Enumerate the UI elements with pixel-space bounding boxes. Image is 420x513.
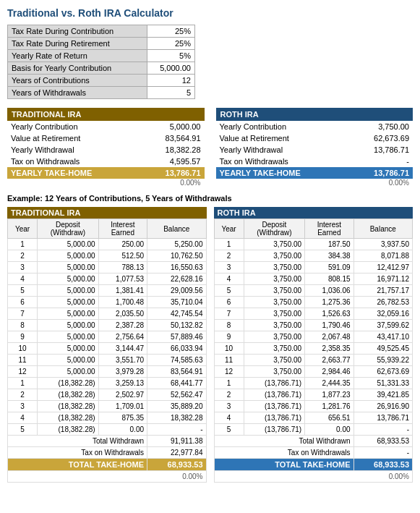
detail-cell: 51,331.33 [353,378,412,389]
detail-cell: 74,585.63 [147,355,206,366]
detail-cell: 3,937.50 [353,239,412,250]
summary-value: 13,786.71 [348,144,413,156]
roth-detail: ROTH IRA YearDeposit (Withdraw)Interest … [214,207,413,483]
input-label: Years of Withdrawals [8,87,147,99]
detail-contrib-row: 25,000.00512.5010,762.50 [8,250,207,262]
detail-cell: 4 [8,274,38,285]
detail-withdraw-row: 3(18,382.28)1,709.0135,889.20 [8,401,207,412]
summary-label: Yearly Withdrawal [7,144,140,156]
total-row: Total Withdrawn68,933.53 [214,436,413,447]
total-label-cell: Tax on Withdrawals [214,447,353,459]
input-value[interactable]: 5% [147,50,194,62]
detail-cell: (18,382.28) [38,401,99,412]
input-label: Years of Contributions [8,75,147,87]
detail-cell: 5,000.00 [38,297,99,308]
detail-cell: 2 [8,389,38,401]
detail-cell: 11 [214,355,244,366]
detail-cell: (13,786.71) [244,424,305,436]
detail-contrib-row: 105,000.003,144.4766,033.94 [8,343,207,355]
detail-cell: 250.00 [98,239,147,250]
roth-summary-row: Tax on Withdrawals- [216,156,413,167]
detail-contrib-row: 63,750.001,275.3626,782.53 [214,297,413,308]
detail-cell: 55,939.22 [353,355,412,366]
input-label: Basis for Yearly Contribution [8,62,147,75]
traditional-summary-row: Yearly Withdrawal18,382.28 [7,144,205,156]
detail-cell: 788.13 [98,262,147,274]
detail-cell: 26,916.90 [353,401,412,412]
traditional-pct-row: 0.00% [7,179,205,187]
total-value-cell: 68,933.53 [353,459,412,471]
detail-contrib-row: 13,750.00187.503,937.50 [214,239,413,250]
summary-label: Tax on Withdrawals [216,156,349,167]
input-value[interactable]: 5 [147,87,194,99]
input-value[interactable]: 5,000.00 [147,62,194,75]
detail-contrib-row: 93,750.002,067.4843,417.10 [214,331,413,343]
detail-cell: 5,000.00 [38,285,99,297]
detail-cell: 1,381.41 [98,285,147,297]
detail-cell: 49,525.45 [353,343,412,355]
detail-col-header-row: YearDeposit (Withdraw)Interest EarnedBal… [8,219,207,239]
summary-label: Value at Retirement [7,132,140,144]
detail-contrib-row: 45,000.001,077.5322,628.16 [8,274,207,285]
traditional-detail-header: TRADITIONAL IRA [7,207,207,219]
detail-contrib-row: 115,000.003,551.7074,585.63 [8,355,207,366]
detail-cell: - [147,424,206,436]
detail-cell: 3,750.00 [244,274,305,285]
detail-contrib-row: 65,000.001,700.4835,710.04 [8,297,207,308]
detail-cell: 2 [8,250,38,262]
detail-cell: 2,663.77 [305,355,353,366]
total-label-cell: TOTAL TAKE-HOME [214,459,353,471]
detail-cell: 1 [214,239,244,250]
detail-cell: 1 [8,378,38,389]
summary-value: 3,750.00 [348,121,413,132]
detail-cell: 3,750.00 [244,308,305,320]
detail-cell: 3,750.00 [244,297,305,308]
traditional-summary-row: Tax on Withdrawals4,595.57 [7,156,205,167]
summary-value: 4,595.57 [140,156,205,167]
detail-cell: 68,441.77 [147,378,206,389]
detail-contrib-row: 43,750.00808.1516,971.12 [214,274,413,285]
detail-col-header-row: YearDeposit (Withdraw)Interest EarnedBal… [214,219,413,239]
traditional-take-home-row: YEARLY TAKE-HOME 13,786.71 [7,167,205,179]
detail-withdraw-row: 2(13,786.71)1,877.2339,421.85 [214,389,413,401]
input-value[interactable]: 25% [147,25,194,38]
detail-cell: 32,059.16 [353,308,412,320]
detail-cell: 656.51 [305,412,353,424]
page-title: Traditional vs. Roth IRA Calculator [7,7,413,19]
detail-cell: 1 [214,378,244,389]
input-row: Years of Contributions12 [8,75,195,87]
detail-cell: 3 [214,262,244,274]
input-value[interactable]: 25% [147,38,194,50]
pct-cell: 0.00% [8,471,207,483]
detail-cell: 3,979.28 [98,366,147,378]
detail-cell: 5 [214,424,244,436]
total-row: 0.00% [8,471,207,483]
detail-withdraw-row: 3(13,786.71)1,281.7626,916.90 [214,401,413,412]
detail-cell: 3,750.00 [244,355,305,366]
detail-cell: 4 [214,412,244,424]
detail-cell: 3,750.00 [244,366,305,378]
input-label: Tax Rate During Contribution [8,25,147,38]
detail-cell: 6 [214,297,244,308]
roth-summary: ROTH IRA Yearly Contribution3,750.00Valu… [216,108,413,187]
detail-cell: 5,000.00 [38,250,99,262]
detail-cell: 9 [8,331,38,343]
traditional-summary-table: Yearly Contribution5,000.00Value at Reti… [7,121,205,187]
roth-summary-row: Value at Retirement62,673.69 [216,132,413,144]
detail-cell: 187.50 [305,239,353,250]
detail-contrib-row: 123,750.002,984.4662,673.69 [214,366,413,378]
detail-cell: 7 [8,308,38,320]
detail-cell: (18,382.28) [38,389,99,401]
col-header: Interest Earned [98,219,147,239]
total-label-cell: TOTAL TAKE-HOME [8,459,147,471]
traditional-summary-row: Value at Retirement83,564.91 [7,132,205,144]
detail-cell: 37,599.62 [353,320,412,331]
roth-pct-row: 0.00% [216,179,413,187]
col-header: Year [214,219,244,239]
detail-withdraw-row: 4(13,786.71)656.5113,786.71 [214,412,413,424]
detail-cell: 3,750.00 [244,343,305,355]
input-value[interactable]: 12 [147,75,194,87]
detail-cell: 1,036.06 [305,285,353,297]
detail-withdraw-row: 5(13,786.71)0.00- [214,424,413,436]
detail-contrib-row: 75,000.002,035.5042,745.54 [8,308,207,320]
